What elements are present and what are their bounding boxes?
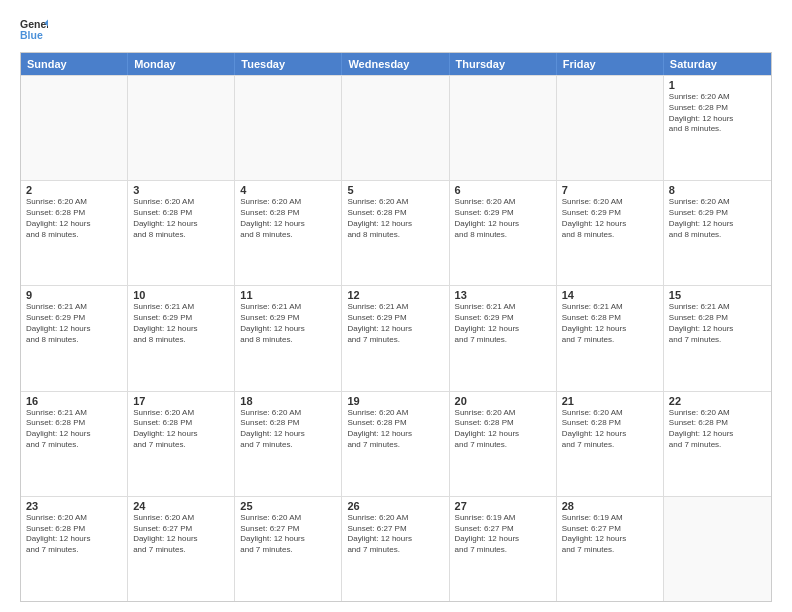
day-info: Sunrise: 6:21 AMSunset: 6:28 PMDaylight:… <box>669 302 766 345</box>
day-number: 19 <box>347 395 443 407</box>
calendar-cell: 28Sunrise: 6:19 AMSunset: 6:27 PMDayligh… <box>557 497 664 601</box>
day-info: Sunrise: 6:21 AMSunset: 6:29 PMDaylight:… <box>455 302 551 345</box>
day-number: 20 <box>455 395 551 407</box>
day-number: 2 <box>26 184 122 196</box>
calendar-body: 1Sunrise: 6:20 AMSunset: 6:28 PMDaylight… <box>21 75 771 601</box>
calendar-cell: 15Sunrise: 6:21 AMSunset: 6:28 PMDayligh… <box>664 286 771 390</box>
calendar-cell: 1Sunrise: 6:20 AMSunset: 6:28 PMDaylight… <box>664 76 771 180</box>
day-info: Sunrise: 6:20 AMSunset: 6:29 PMDaylight:… <box>562 197 658 240</box>
logo-icon: General Blue <box>20 16 48 44</box>
calendar-cell: 5Sunrise: 6:20 AMSunset: 6:28 PMDaylight… <box>342 181 449 285</box>
calendar-header-wednesday: Wednesday <box>342 53 449 75</box>
day-info: Sunrise: 6:20 AMSunset: 6:28 PMDaylight:… <box>240 197 336 240</box>
day-number: 28 <box>562 500 658 512</box>
day-number: 12 <box>347 289 443 301</box>
calendar-cell <box>450 76 557 180</box>
calendar-cell: 2Sunrise: 6:20 AMSunset: 6:28 PMDaylight… <box>21 181 128 285</box>
calendar-cell: 6Sunrise: 6:20 AMSunset: 6:29 PMDaylight… <box>450 181 557 285</box>
day-number: 24 <box>133 500 229 512</box>
day-info: Sunrise: 6:19 AMSunset: 6:27 PMDaylight:… <box>455 513 551 556</box>
day-info: Sunrise: 6:20 AMSunset: 6:29 PMDaylight:… <box>669 197 766 240</box>
calendar-cell: 25Sunrise: 6:20 AMSunset: 6:27 PMDayligh… <box>235 497 342 601</box>
svg-text:Blue: Blue <box>20 29 43 41</box>
calendar-cell: 24Sunrise: 6:20 AMSunset: 6:27 PMDayligh… <box>128 497 235 601</box>
calendar-cell: 23Sunrise: 6:20 AMSunset: 6:28 PMDayligh… <box>21 497 128 601</box>
calendar-cell: 14Sunrise: 6:21 AMSunset: 6:28 PMDayligh… <box>557 286 664 390</box>
calendar-week-5: 23Sunrise: 6:20 AMSunset: 6:28 PMDayligh… <box>21 496 771 601</box>
day-info: Sunrise: 6:21 AMSunset: 6:29 PMDaylight:… <box>347 302 443 345</box>
calendar-cell: 17Sunrise: 6:20 AMSunset: 6:28 PMDayligh… <box>128 392 235 496</box>
calendar-cell: 7Sunrise: 6:20 AMSunset: 6:29 PMDaylight… <box>557 181 664 285</box>
calendar-cell: 12Sunrise: 6:21 AMSunset: 6:29 PMDayligh… <box>342 286 449 390</box>
calendar: SundayMondayTuesdayWednesdayThursdayFrid… <box>20 52 772 602</box>
day-number: 7 <box>562 184 658 196</box>
calendar-cell <box>21 76 128 180</box>
calendar-header-tuesday: Tuesday <box>235 53 342 75</box>
calendar-cell <box>342 76 449 180</box>
calendar-cell: 3Sunrise: 6:20 AMSunset: 6:28 PMDaylight… <box>128 181 235 285</box>
day-info: Sunrise: 6:20 AMSunset: 6:28 PMDaylight:… <box>347 197 443 240</box>
day-number: 23 <box>26 500 122 512</box>
day-number: 3 <box>133 184 229 196</box>
calendar-cell: 20Sunrise: 6:20 AMSunset: 6:28 PMDayligh… <box>450 392 557 496</box>
day-info: Sunrise: 6:20 AMSunset: 6:28 PMDaylight:… <box>133 197 229 240</box>
calendar-cell: 27Sunrise: 6:19 AMSunset: 6:27 PMDayligh… <box>450 497 557 601</box>
calendar-cell: 11Sunrise: 6:21 AMSunset: 6:29 PMDayligh… <box>235 286 342 390</box>
calendar-header-sunday: Sunday <box>21 53 128 75</box>
calendar-week-2: 2Sunrise: 6:20 AMSunset: 6:28 PMDaylight… <box>21 180 771 285</box>
day-info: Sunrise: 6:20 AMSunset: 6:28 PMDaylight:… <box>133 408 229 451</box>
calendar-cell <box>128 76 235 180</box>
day-number: 6 <box>455 184 551 196</box>
day-info: Sunrise: 6:20 AMSunset: 6:28 PMDaylight:… <box>455 408 551 451</box>
day-info: Sunrise: 6:20 AMSunset: 6:27 PMDaylight:… <box>240 513 336 556</box>
day-number: 8 <box>669 184 766 196</box>
calendar-header-saturday: Saturday <box>664 53 771 75</box>
calendar-cell: 18Sunrise: 6:20 AMSunset: 6:28 PMDayligh… <box>235 392 342 496</box>
day-info: Sunrise: 6:19 AMSunset: 6:27 PMDaylight:… <box>562 513 658 556</box>
day-number: 5 <box>347 184 443 196</box>
day-number: 25 <box>240 500 336 512</box>
day-info: Sunrise: 6:20 AMSunset: 6:28 PMDaylight:… <box>26 197 122 240</box>
day-number: 26 <box>347 500 443 512</box>
day-info: Sunrise: 6:20 AMSunset: 6:28 PMDaylight:… <box>347 408 443 451</box>
calendar-cell: 19Sunrise: 6:20 AMSunset: 6:28 PMDayligh… <box>342 392 449 496</box>
calendar-week-4: 16Sunrise: 6:21 AMSunset: 6:28 PMDayligh… <box>21 391 771 496</box>
day-number: 18 <box>240 395 336 407</box>
calendar-cell: 13Sunrise: 6:21 AMSunset: 6:29 PMDayligh… <box>450 286 557 390</box>
calendar-header-friday: Friday <box>557 53 664 75</box>
day-info: Sunrise: 6:21 AMSunset: 6:29 PMDaylight:… <box>133 302 229 345</box>
calendar-cell: 21Sunrise: 6:20 AMSunset: 6:28 PMDayligh… <box>557 392 664 496</box>
calendar-week-3: 9Sunrise: 6:21 AMSunset: 6:29 PMDaylight… <box>21 285 771 390</box>
day-number: 21 <box>562 395 658 407</box>
day-number: 13 <box>455 289 551 301</box>
header: General Blue <box>20 16 772 44</box>
day-number: 14 <box>562 289 658 301</box>
calendar-week-1: 1Sunrise: 6:20 AMSunset: 6:28 PMDaylight… <box>21 75 771 180</box>
day-info: Sunrise: 6:20 AMSunset: 6:28 PMDaylight:… <box>240 408 336 451</box>
calendar-cell: 4Sunrise: 6:20 AMSunset: 6:28 PMDaylight… <box>235 181 342 285</box>
calendar-cell: 9Sunrise: 6:21 AMSunset: 6:29 PMDaylight… <box>21 286 128 390</box>
day-number: 10 <box>133 289 229 301</box>
calendar-cell: 26Sunrise: 6:20 AMSunset: 6:27 PMDayligh… <box>342 497 449 601</box>
calendar-cell <box>664 497 771 601</box>
day-number: 16 <box>26 395 122 407</box>
calendar-cell: 8Sunrise: 6:20 AMSunset: 6:29 PMDaylight… <box>664 181 771 285</box>
logo: General Blue <box>20 16 52 44</box>
day-info: Sunrise: 6:20 AMSunset: 6:27 PMDaylight:… <box>133 513 229 556</box>
calendar-cell <box>235 76 342 180</box>
day-number: 11 <box>240 289 336 301</box>
calendar-header: SundayMondayTuesdayWednesdayThursdayFrid… <box>21 53 771 75</box>
calendar-cell <box>557 76 664 180</box>
day-info: Sunrise: 6:20 AMSunset: 6:28 PMDaylight:… <box>562 408 658 451</box>
day-info: Sunrise: 6:20 AMSunset: 6:28 PMDaylight:… <box>26 513 122 556</box>
day-info: Sunrise: 6:21 AMSunset: 6:28 PMDaylight:… <box>26 408 122 451</box>
day-number: 15 <box>669 289 766 301</box>
day-info: Sunrise: 6:21 AMSunset: 6:28 PMDaylight:… <box>562 302 658 345</box>
day-number: 9 <box>26 289 122 301</box>
calendar-header-thursday: Thursday <box>450 53 557 75</box>
day-info: Sunrise: 6:20 AMSunset: 6:28 PMDaylight:… <box>669 408 766 451</box>
day-number: 1 <box>669 79 766 91</box>
day-info: Sunrise: 6:20 AMSunset: 6:29 PMDaylight:… <box>455 197 551 240</box>
page: General Blue SundayMondayTuesdayWednesda… <box>0 0 792 612</box>
day-info: Sunrise: 6:21 AMSunset: 6:29 PMDaylight:… <box>240 302 336 345</box>
